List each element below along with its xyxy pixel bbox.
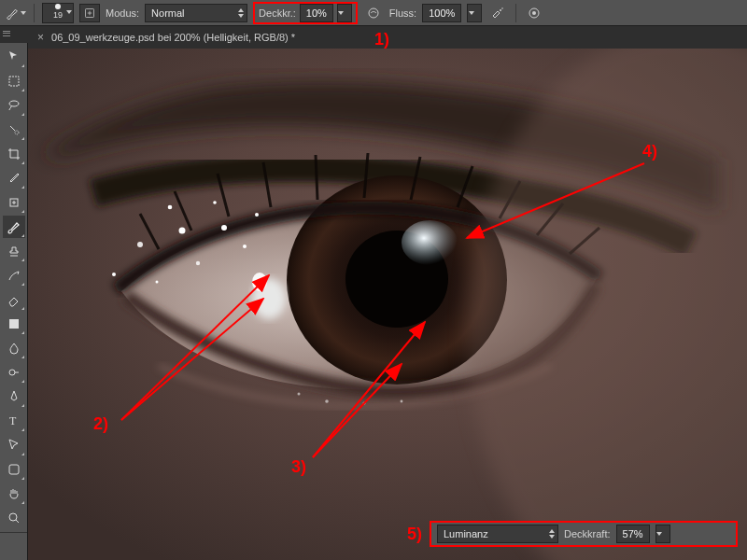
svg-point-3 [502, 7, 504, 9]
zoom-tool[interactable] [3, 507, 25, 529]
separator [515, 4, 516, 22]
tools-panel: T [0, 43, 28, 560]
brush-tool[interactable] [3, 216, 25, 238]
eraser-tool[interactable] [3, 288, 25, 311]
brush-panel-toggle[interactable] [79, 4, 100, 22]
svg-point-25 [243, 245, 247, 248]
svg-point-8 [15, 131, 19, 134]
svg-point-27 [168, 205, 173, 210]
document-canvas[interactable] [28, 49, 747, 560]
brush-tool-icon[interactable] [6, 3, 26, 23]
document-tab-title: 06_09_werkzeuge.psd bei 200% (Helligkeit… [51, 32, 295, 43]
chevron-down-icon [338, 11, 345, 15]
document-tab[interactable]: × 06_09_werkzeuge.psd bei 200% (Helligke… [28, 26, 304, 49]
svg-point-21 [137, 242, 143, 247]
brush-size-value: 19 [53, 10, 63, 20]
mode-select[interactable]: Normal [145, 4, 247, 22]
options-bar: 19 Modus: Normal Deckkr.: 10% Fluss: 100… [0, 0, 747, 26]
svg-point-14 [9, 513, 17, 521]
svg-text:T: T [9, 414, 17, 427]
svg-point-20 [252, 273, 267, 291]
layer-opacity-label: Deckkraft: [564, 528, 611, 539]
svg-point-28 [213, 201, 217, 204]
marquee-tool[interactable] [3, 70, 25, 92]
svg-point-31 [325, 399, 329, 403]
svg-point-26 [112, 273, 116, 276]
svg-point-5 [532, 11, 536, 15]
gradient-tool[interactable] [3, 313, 25, 335]
svg-point-24 [221, 225, 227, 231]
svg-point-32 [298, 393, 301, 396]
mode-value: Normal [151, 7, 184, 19]
svg-point-33 [363, 402, 366, 405]
tablet-pressure-opacity-icon[interactable] [363, 3, 384, 23]
blend-mode-value: Luminanz [444, 528, 488, 539]
panel-drag-handle[interactable] [0, 28, 13, 39]
opacity-group: Deckkr.: 10% [253, 2, 358, 24]
brush-preset-picker[interactable]: 19 [42, 3, 74, 23]
opacity-field[interactable]: 10% [300, 4, 333, 22]
layer-opacity-field[interactable]: 57% [616, 525, 650, 543]
blend-mode-select[interactable]: Luminanz [437, 525, 558, 543]
chevron-down-icon [468, 11, 474, 15]
blur-tool[interactable] [3, 337, 25, 359]
canvas-image [28, 49, 747, 560]
svg-point-30 [156, 281, 159, 284]
lasso-tool[interactable] [3, 94, 25, 117]
separator [34, 4, 35, 22]
layer-opacity-value: 57% [617, 528, 649, 539]
dodge-tool[interactable] [3, 361, 25, 384]
eyedropper-tool[interactable] [3, 167, 25, 189]
chevron-down-icon [20, 11, 26, 15]
svg-point-1 [369, 8, 378, 18]
layer-opacity-dropdown[interactable] [655, 525, 670, 543]
toolbar-separator [0, 532, 27, 533]
flow-value: 100% [423, 7, 460, 19]
close-icon[interactable]: × [37, 31, 44, 44]
opacity-value: 10% [301, 7, 332, 19]
svg-rect-6 [9, 77, 19, 86]
svg-point-29 [255, 213, 259, 217]
annotation-label-1: 1) [374, 30, 389, 49]
path-select-tool[interactable] [3, 434, 25, 456]
flow-field[interactable]: 100% [422, 4, 461, 22]
svg-point-2 [500, 9, 501, 11]
history-brush-tool[interactable] [3, 264, 25, 287]
chevron-down-icon [656, 532, 663, 536]
svg-rect-13 [9, 465, 19, 474]
hand-tool[interactable] [3, 483, 25, 505]
opacity-label: Deckkr.: [259, 7, 296, 19]
opacity-dropdown[interactable] [337, 4, 352, 22]
quick-select-tool[interactable] [3, 119, 25, 141]
shape-tool[interactable] [3, 458, 25, 481]
svg-point-34 [401, 400, 403, 403]
svg-point-7 [9, 101, 19, 106]
crop-tool[interactable] [3, 143, 25, 165]
flow-label: Fluss: [389, 7, 416, 19]
tablet-pressure-size-icon[interactable] [524, 3, 544, 23]
pen-tool[interactable] [3, 385, 25, 408]
airbrush-icon[interactable] [487, 3, 508, 23]
annotation-label-3: 3) [291, 457, 306, 477]
svg-rect-10 [9, 319, 19, 329]
layer-options-bar: Luminanz Deckkraft: 57% [430, 521, 738, 547]
flow-dropdown[interactable] [467, 4, 482, 22]
chevron-down-icon [65, 10, 72, 14]
annotation-label-4: 4) [642, 142, 657, 161]
brush-preview-dot [55, 4, 61, 9]
healing-tool[interactable] [3, 191, 25, 214]
svg-point-18 [402, 220, 458, 265]
type-tool[interactable]: T [3, 410, 25, 432]
move-tool[interactable] [3, 46, 25, 68]
svg-point-23 [196, 261, 200, 265]
svg-point-22 [179, 228, 186, 234]
annotation-label-5: 5) [407, 525, 422, 544]
annotation-label-2: 2) [93, 414, 108, 434]
svg-point-11 [9, 370, 15, 375]
stamp-tool[interactable] [3, 240, 25, 262]
mode-label: Modus: [106, 7, 139, 19]
